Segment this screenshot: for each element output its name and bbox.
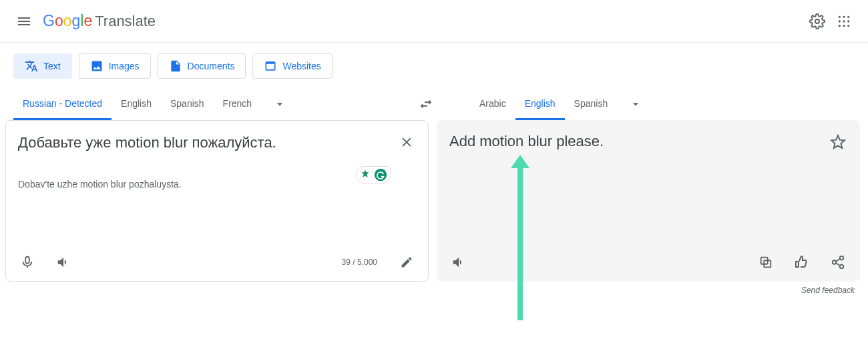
- app-header: Google Translate: [0, 0, 868, 43]
- mode-text[interactable]: Text: [13, 53, 72, 79]
- logo[interactable]: Google Translate: [43, 12, 156, 30]
- translation-output: Add motion blur please.: [449, 133, 822, 150]
- close-icon: [399, 135, 414, 149]
- swap-languages-button[interactable]: [413, 91, 439, 117]
- target-panel: Add motion blur please.: [437, 120, 860, 282]
- star-outline-icon: [830, 134, 846, 150]
- svg-point-3: [847, 15, 849, 17]
- target-lang-arabic[interactable]: Arabic: [470, 88, 515, 120]
- speaker-icon: [451, 255, 466, 270]
- swap-horiz-icon: [419, 97, 433, 111]
- translate-icon: [25, 59, 38, 73]
- svg-point-14: [840, 256, 844, 260]
- thumbs-icon: [794, 254, 810, 270]
- source-lang-french[interactable]: French: [214, 88, 262, 120]
- language-bar: Russian - Detected English Spanish Frenc…: [0, 88, 868, 120]
- target-lang-english[interactable]: English: [515, 88, 565, 120]
- main-menu-button[interactable]: [11, 8, 37, 35]
- website-icon: [264, 59, 277, 73]
- grammarly-widget[interactable]: [356, 166, 391, 184]
- grammarly-icon: [374, 168, 387, 182]
- mode-documents[interactable]: Documents: [158, 53, 246, 79]
- svg-point-5: [843, 20, 845, 22]
- svg-point-4: [839, 20, 841, 22]
- apps-grid-icon: [837, 15, 851, 28]
- pencil-icon: [400, 256, 413, 269]
- svg-point-6: [847, 20, 849, 22]
- keyboard-button[interactable]: [395, 250, 419, 274]
- source-transliteration: Dobav'te uzhe motion blur pozhaluysta.: [18, 179, 391, 190]
- rate-translation-button[interactable]: [790, 250, 814, 274]
- mode-tabs: Text Images Documents Websites: [0, 43, 868, 88]
- translate-panels: Добавьте уже motion blur пожалуйста. Dob…: [0, 120, 868, 282]
- mode-websites[interactable]: Websites: [252, 53, 332, 79]
- mode-web-label: Websites: [282, 61, 320, 71]
- speaker-icon: [56, 255, 71, 270]
- svg-point-16: [840, 265, 844, 269]
- target-lang-dropdown[interactable]: [622, 91, 649, 117]
- svg-point-15: [833, 260, 837, 264]
- svg-point-7: [839, 25, 841, 27]
- source-lang-spanish[interactable]: Spanish: [161, 88, 214, 120]
- share-icon: [831, 255, 845, 270]
- settings-button[interactable]: [804, 8, 831, 35]
- svg-point-1: [839, 15, 841, 17]
- image-icon: [90, 59, 103, 73]
- char-count: 39 / 5,000: [342, 258, 377, 267]
- source-panel: Добавьте уже motion blur пожалуйста. Dob…: [5, 120, 429, 282]
- chevron-down-icon: [629, 97, 642, 111]
- mic-icon: [20, 255, 35, 270]
- apps-button[interactable]: [831, 8, 857, 35]
- svg-point-0: [815, 19, 819, 23]
- product-name: Translate: [95, 13, 156, 30]
- listen-source-button[interactable]: [51, 250, 75, 274]
- target-lang-spanish[interactable]: Spanish: [565, 88, 618, 120]
- svg-point-2: [843, 15, 845, 17]
- source-lang-dropdown[interactable]: [266, 91, 293, 117]
- gear-icon: [809, 13, 825, 29]
- mode-images[interactable]: Images: [79, 53, 151, 79]
- svg-point-8: [843, 25, 845, 27]
- source-lang-detected[interactable]: Russian - Detected: [13, 88, 112, 120]
- send-feedback-link[interactable]: Send feedback: [0, 282, 868, 295]
- copy-translation-button[interactable]: [754, 250, 778, 274]
- svg-point-9: [847, 25, 849, 27]
- mode-images-label: Images: [109, 61, 140, 71]
- mode-text-label: Text: [43, 61, 61, 71]
- google-wordmark: Google: [43, 12, 92, 30]
- document-icon: [169, 59, 182, 73]
- grammarly-suggest-icon: [359, 169, 371, 181]
- save-translation-button[interactable]: [826, 130, 850, 154]
- listen-target-button[interactable]: [447, 250, 471, 274]
- source-lang-english[interactable]: English: [112, 88, 161, 120]
- clear-input-button[interactable]: [395, 130, 419, 154]
- svg-rect-11: [25, 257, 29, 264]
- mode-docs-label: Documents: [188, 61, 235, 71]
- share-translation-button[interactable]: [826, 250, 850, 274]
- chevron-down-icon: [273, 97, 286, 111]
- source-text-input[interactable]: Добавьте уже motion blur пожалуйста.: [18, 133, 391, 153]
- voice-input-button[interactable]: [15, 250, 39, 274]
- hamburger-icon: [16, 13, 32, 29]
- copy-icon: [758, 255, 773, 270]
